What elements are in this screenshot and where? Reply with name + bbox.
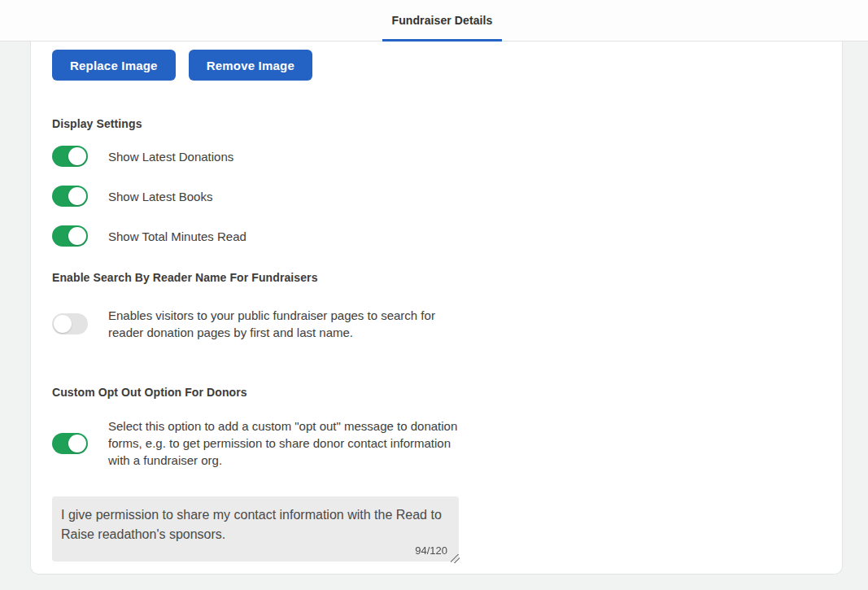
display-settings-heading: Display Settings <box>52 117 821 130</box>
toggle-row-total-minutes: Show Total Minutes Read <box>52 225 821 247</box>
replace-image-button[interactable]: Replace Image <box>52 50 176 81</box>
custom-opt-out-heading: Custom Opt Out Option For Donors <box>52 386 821 399</box>
opt-out-toggle[interactable] <box>52 433 88 454</box>
tab-fundraiser-details[interactable]: Fundraiser Details <box>382 0 503 41</box>
tab-active-indicator <box>382 39 503 42</box>
toggle-knob <box>68 147 86 165</box>
reader-search-description: Enables visitors to your public fundrais… <box>108 307 460 341</box>
toggle-row-latest-books: Show Latest Books <box>52 186 821 207</box>
resize-handle-icon[interactable] <box>451 554 460 563</box>
opt-out-description: Select this option to add a custom "opt … <box>108 417 460 469</box>
char-count: 94/120 <box>415 544 447 557</box>
show-latest-books-toggle[interactable] <box>52 186 88 207</box>
top-tab-bar: Fundraiser Details <box>0 0 868 42</box>
toggle-row-reader-search: Enables visitors to your public fundrais… <box>52 307 821 341</box>
show-total-minutes-read-toggle[interactable] <box>52 225 88 247</box>
toggle-label: Show Latest Donations <box>108 150 233 164</box>
reader-search-toggle[interactable] <box>52 313 88 334</box>
remove-image-button[interactable]: Remove Image <box>189 50 312 81</box>
image-actions-row: Replace Image Remove Image <box>52 50 821 81</box>
opt-out-message-textarea[interactable]: I give permission to share my contact in… <box>52 496 459 562</box>
tab-label: Fundraiser Details <box>392 14 493 27</box>
content-panel: Replace Image Remove Image Display Setti… <box>30 42 843 575</box>
toggle-knob <box>68 435 86 452</box>
toggle-row-latest-donations: Show Latest Donations <box>52 146 821 167</box>
toggle-row-opt-out: Select this option to add a custom "opt … <box>52 417 821 469</box>
show-latest-donations-toggle[interactable] <box>52 146 88 167</box>
toggle-knob <box>68 227 86 245</box>
enable-search-heading: Enable Search By Reader Name For Fundrai… <box>52 271 821 284</box>
toggle-knob <box>68 187 86 205</box>
opt-out-message-field: I give permission to share my contact in… <box>52 496 459 562</box>
toggle-knob <box>54 315 72 333</box>
toggle-label: Show Latest Books <box>108 190 212 203</box>
toggle-label: Show Total Minutes Read <box>108 229 246 243</box>
